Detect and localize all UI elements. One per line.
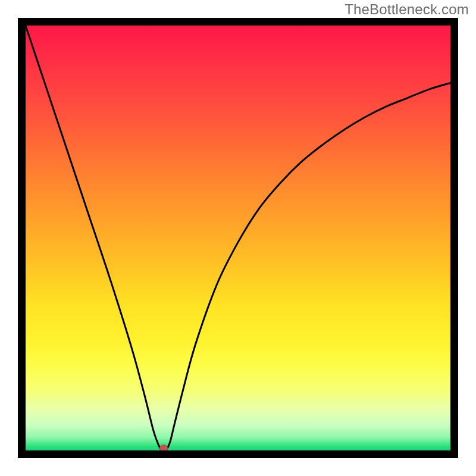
- bottleneck-curve: [26, 26, 450, 450]
- plot-border: [18, 18, 458, 458]
- minimum-marker: [159, 444, 168, 450]
- plot-area: [26, 26, 450, 450]
- chart-svg: [26, 26, 450, 450]
- watermark-text: TheBottleneck.com: [345, 1, 469, 18]
- chart-frame: TheBottleneck.com: [0, 0, 476, 476]
